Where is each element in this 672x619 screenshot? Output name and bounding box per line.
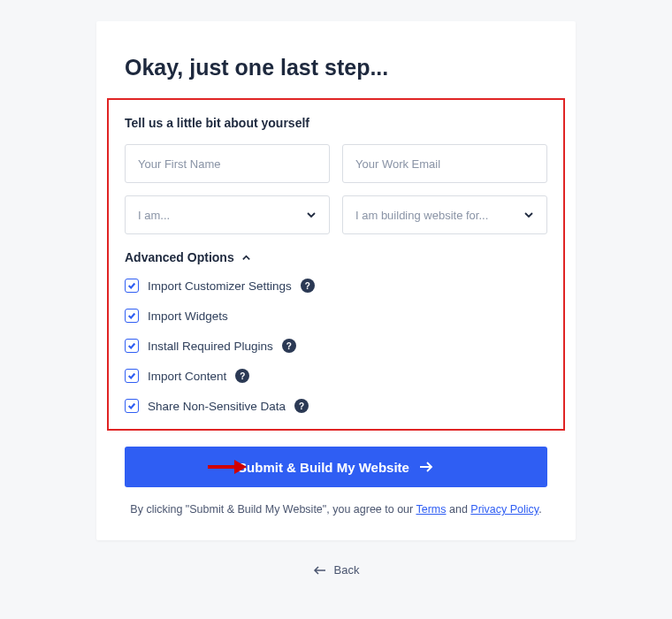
option-label: Share Non-Sensitive Data: [148, 400, 286, 413]
email-field: [342, 144, 547, 183]
form-subheading: Tell us a little bit about yourself: [125, 116, 547, 130]
role-select[interactable]: I am...: [125, 195, 330, 234]
option-import-customizer: Import Customizer Settings ?: [125, 279, 547, 293]
building-for-field: I am building website for...: [342, 195, 547, 234]
submit-button-label: Submit & Build My Website: [238, 460, 409, 475]
arrow-left-icon: [313, 566, 327, 575]
checkbox-import-widgets[interactable]: [125, 309, 139, 323]
checkbox-share-data[interactable]: [125, 399, 139, 413]
option-label: Install Required Plugins: [148, 340, 273, 353]
arrow-right-icon: [418, 461, 434, 473]
option-import-widgets: Import Widgets: [125, 309, 547, 323]
option-label: Import Widgets: [148, 310, 228, 323]
advanced-options-label: Advanced Options: [125, 250, 234, 264]
chevron-down-icon: [306, 210, 317, 220]
option-import-content: Import Content ?: [125, 369, 547, 383]
first-name-field: [125, 144, 330, 183]
check-icon: [127, 311, 136, 320]
first-name-input[interactable]: [125, 144, 330, 183]
checkbox-import-customizer[interactable]: [125, 279, 139, 293]
option-share-data: Share Non-Sensitive Data ?: [125, 399, 547, 413]
check-icon: [127, 281, 136, 290]
help-icon[interactable]: ?: [282, 339, 296, 353]
advanced-options-toggle[interactable]: Advanced Options: [125, 250, 547, 264]
chevron-up-icon: [241, 253, 251, 263]
page-heading: Okay, just one last step...: [125, 55, 547, 80]
check-icon: [127, 341, 136, 350]
role-field: I am...: [125, 195, 330, 234]
email-input[interactable]: [342, 144, 547, 183]
back-link[interactable]: Back: [313, 563, 360, 577]
form-row-1: [125, 144, 547, 183]
privacy-link[interactable]: Privacy Policy: [470, 503, 538, 516]
agree-text: By clicking "Submit & Build My Website",…: [125, 503, 547, 516]
help-icon[interactable]: ?: [294, 399, 309, 413]
help-icon[interactable]: ?: [301, 279, 315, 293]
terms-link[interactable]: Terms: [416, 503, 446, 516]
option-install-plugins: Install Required Plugins ?: [125, 339, 547, 353]
check-icon: [127, 401, 136, 410]
check-icon: [127, 371, 136, 380]
form-highlight-box: Tell us a little bit about yourself I am…: [107, 98, 565, 431]
chevron-down-icon: [523, 210, 534, 220]
form-row-2: I am... I am building website for...: [125, 195, 547, 234]
building-for-select-label: I am building website for...: [355, 209, 488, 222]
checkbox-install-plugins[interactable]: [125, 339, 139, 353]
help-icon[interactable]: ?: [235, 369, 249, 383]
agree-suffix: .: [538, 503, 541, 516]
agree-prefix: By clicking "Submit & Build My Website",…: [130, 503, 416, 516]
option-label: Import Content: [148, 370, 226, 383]
submit-button[interactable]: Submit & Build My Website: [125, 447, 547, 487]
option-label: Import Customizer Settings: [148, 279, 292, 293]
checkbox-import-content[interactable]: [125, 369, 139, 383]
role-select-label: I am...: [138, 209, 170, 222]
building-for-select[interactable]: I am building website for...: [342, 195, 547, 234]
setup-card: Okay, just one last step... Tell us a li…: [96, 21, 576, 540]
advanced-options-list: Import Customizer Settings ? Import Widg…: [125, 279, 547, 413]
back-label: Back: [334, 563, 360, 577]
agree-and: and: [447, 503, 471, 516]
